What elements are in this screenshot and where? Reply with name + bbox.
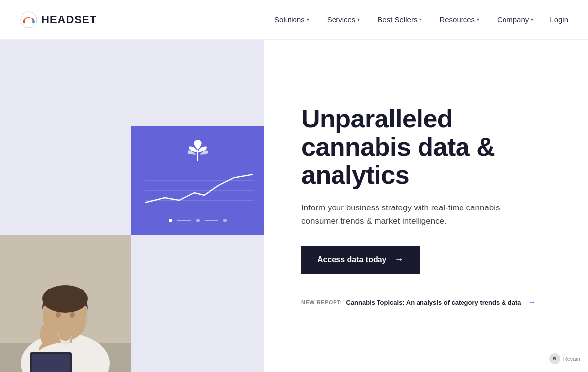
svg-point-16 bbox=[56, 312, 61, 318]
nav-item-best-sellers[interactable]: Best Sellers ▾ bbox=[371, 11, 428, 28]
carousel-dot-3[interactable] bbox=[223, 219, 227, 222]
logo-link[interactable]: HEADSET bbox=[20, 11, 97, 29]
svg-point-15 bbox=[85, 316, 90, 323]
hero-headline: Unparalleled cannabis data & analytics bbox=[301, 105, 558, 190]
tile-lavender-1 bbox=[0, 40, 131, 126]
cta-button[interactable]: Access data today → bbox=[301, 246, 420, 274]
chart-area bbox=[141, 170, 254, 212]
carousel-dot-2[interactable] bbox=[196, 219, 200, 222]
hero-content: Unparalleled cannabis data & analytics I… bbox=[267, 40, 588, 372]
tile-lavender-3 bbox=[0, 126, 131, 235]
new-report-arrow-icon: → bbox=[528, 298, 536, 307]
hero-subtext: Inform your business strategy with real-… bbox=[301, 201, 519, 228]
new-report-bar: NEW REPORT: Cannabis Topicals: An analys… bbox=[301, 288, 544, 307]
carousel-dots bbox=[169, 219, 227, 222]
chevron-down-icon: ▾ bbox=[357, 17, 360, 22]
logo-icon bbox=[20, 11, 38, 29]
login-link[interactable]: Login bbox=[550, 15, 568, 24]
svg-point-0 bbox=[21, 11, 37, 27]
carousel-line-2 bbox=[205, 220, 218, 221]
new-report-link[interactable]: Cannabis Topicals: An analysis of catego… bbox=[346, 299, 521, 306]
new-report-label: NEW REPORT: bbox=[301, 299, 342, 305]
chevron-down-icon: ▾ bbox=[307, 17, 309, 22]
nav-item-resources[interactable]: Resources ▾ bbox=[432, 11, 486, 28]
chevron-down-icon: ▾ bbox=[477, 17, 479, 22]
svg-point-17 bbox=[70, 312, 75, 318]
carousel-dot-1[interactable] bbox=[169, 219, 172, 222]
nav-item-solutions[interactable]: Solutions ▾ bbox=[267, 11, 316, 28]
chevron-down-icon: ▾ bbox=[419, 17, 421, 22]
nav-item-company[interactable]: Company ▾ bbox=[490, 11, 540, 28]
cta-label: Access data today bbox=[317, 255, 387, 264]
hero-collage bbox=[0, 40, 267, 372]
tile-person-photo bbox=[0, 235, 131, 372]
hero-section: Unparalleled cannabis data & analytics I… bbox=[0, 40, 588, 372]
tile-lavender-2 bbox=[131, 40, 264, 126]
svg-rect-2 bbox=[32, 20, 35, 23]
logo-text: HEADSET bbox=[42, 13, 97, 26]
chevron-down-icon: ▾ bbox=[531, 17, 533, 22]
tile-lavender-4 bbox=[131, 235, 264, 372]
revain-badge: R Revain bbox=[549, 353, 580, 364]
arrow-icon: → bbox=[395, 254, 404, 265]
cannabis-leaf-icon bbox=[185, 139, 210, 163]
svg-rect-19 bbox=[32, 354, 70, 372]
carousel-line bbox=[177, 220, 191, 221]
navbar: HEADSET Solutions ▾ Services ▾ Best Sell… bbox=[0, 0, 588, 40]
nav-item-services[interactable]: Services ▾ bbox=[320, 11, 367, 28]
nav-links: Solutions ▾ Services ▾ Best Sellers ▾ Re… bbox=[267, 11, 540, 28]
revain-icon: R bbox=[549, 353, 560, 364]
tile-product-card bbox=[131, 126, 264, 235]
revain-label: Revain bbox=[563, 356, 580, 362]
